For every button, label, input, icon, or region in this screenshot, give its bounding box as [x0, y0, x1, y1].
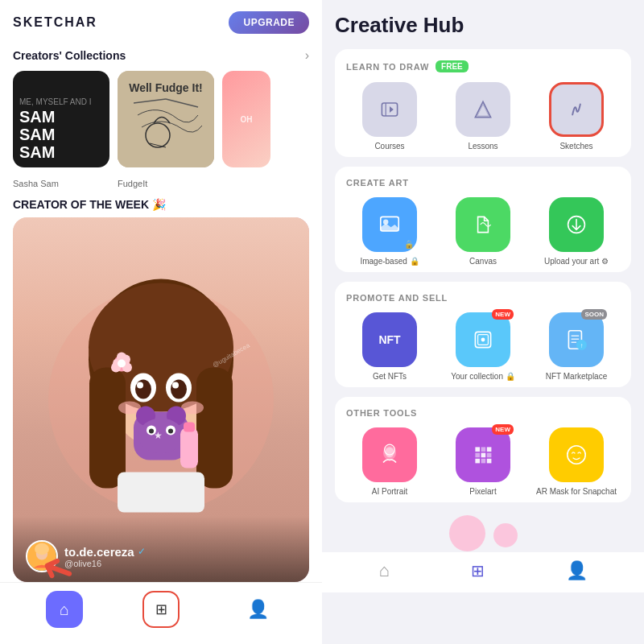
svg-point-30 — [168, 429, 173, 434]
other-tools-section: OTHER TOOLS AI Portrait — [335, 397, 631, 502]
hub-item-ar-mask[interactable]: AR Mask for Snapchat — [533, 427, 620, 496]
image-based-label: Image-based 🔒 — [360, 257, 419, 266]
nft-marketplace-icon-box: ↑ SOON — [549, 312, 604, 367]
learn-section-header: LEARN TO DRAW FREE — [346, 60, 620, 72]
svg-point-16 — [135, 380, 151, 399]
pixelart-label: Pixelart — [469, 487, 496, 496]
nft-marketplace-label: NFT Marketplace — [546, 372, 608, 381]
right-nav-profile[interactable]: 👤 — [566, 560, 588, 581]
collections-arrow-icon[interactable]: › — [305, 48, 309, 63]
svg-point-18 — [137, 382, 143, 389]
promote-section-label: PROMOTE AND SELL — [346, 293, 448, 303]
collection-label-2: FudgeIt — [118, 179, 214, 188]
hub-item-nft-marketplace[interactable]: ↑ SOON NFT Marketplace — [533, 312, 620, 381]
svg-rect-66 — [487, 447, 492, 452]
hub-item-courses[interactable]: Courses — [346, 82, 433, 151]
sketches-label: Sketches — [559, 142, 592, 151]
image-based-icon-box: 🔒 — [362, 197, 417, 252]
create-section-header: CREATE ART — [346, 178, 620, 188]
svg-rect-71 — [481, 459, 486, 464]
right-home-icon: ⌂ — [378, 560, 389, 581]
svg-rect-70 — [475, 459, 480, 464]
collection-card-2[interactable]: Well Fudge It! — [118, 71, 214, 167]
svg-rect-32 — [184, 423, 195, 432]
svg-rect-67 — [475, 453, 480, 458]
upgrade-button[interactable]: UPGRADE — [229, 11, 309, 34]
svg-rect-72 — [487, 459, 492, 464]
hub-item-image-based[interactable]: 🔒 Image-based 🔒 — [346, 197, 433, 266]
promote-section-header: PROMOTE AND SELL — [346, 293, 620, 303]
left-panel: SKETCHAR UPGRADE Creators' Collections ›… — [0, 0, 322, 644]
pixelart-new-badge: NEW — [492, 424, 514, 435]
hub-item-collection[interactable]: NEW Your collection 🔒 — [440, 312, 526, 381]
right-nav-home[interactable]: ⌂ — [378, 560, 389, 581]
lessons-label: Lessons — [468, 142, 497, 151]
collections-row: ME, MYSELF AND I SAMSAMSAM Well Fudge It… — [0, 68, 322, 179]
svg-point-19 — [172, 382, 179, 389]
creator-art-container: ★ @uguitabec — [13, 217, 309, 582]
hub-item-sketches[interactable]: Sketches — [533, 82, 620, 151]
right-nav-grid[interactable]: ⊞ — [471, 561, 485, 580]
nft-icon-box: NFT — [362, 312, 417, 367]
svg-point-17 — [171, 380, 187, 399]
ai-portrait-icon-box — [362, 427, 417, 482]
canvas-label: Canvas — [469, 257, 497, 266]
svg-point-29 — [149, 429, 154, 434]
nav-profile[interactable]: 👤 — [239, 591, 276, 628]
courses-label: Courses — [374, 142, 404, 151]
hub-item-ai-portrait[interactable]: AI Portrait — [346, 427, 433, 496]
ai-portrait-label: AI Portrait — [372, 487, 407, 496]
creator-week-title: CREATOR OF THE WEEK 🎉 — [0, 195, 322, 217]
collection-new-badge: NEW — [492, 309, 514, 320]
learn-section-label: LEARN TO DRAW — [346, 62, 429, 72]
sketches-icon-box — [549, 82, 604, 137]
hub-item-canvas[interactable]: Canvas — [440, 197, 526, 266]
svg-point-62 — [385, 447, 394, 457]
anime-art: ★ @uguitabec — [13, 217, 309, 582]
lessons-icon-box — [456, 82, 510, 137]
right-grid-icon: ⊞ — [471, 561, 485, 580]
paw-decoration-2 — [493, 523, 518, 547]
hub-item-lessons[interactable]: Lessons — [440, 82, 526, 151]
svg-text:↑: ↑ — [580, 342, 583, 349]
svg-text:Well Fudge It!: Well Fudge It! — [129, 81, 203, 94]
creative-hub-title: Creative Hub — [335, 13, 631, 38]
svg-rect-12 — [89, 368, 126, 489]
paw-decoration-1 — [449, 515, 485, 551]
collection-card-3[interactable]: OH — [222, 71, 270, 167]
hub-item-upload[interactable]: Upload your art ⚙ — [533, 197, 620, 266]
svg-point-73 — [568, 446, 585, 464]
create-section-label: CREATE ART — [346, 178, 409, 188]
right-profile-icon: 👤 — [566, 560, 588, 581]
free-badge: FREE — [436, 60, 469, 72]
collection-label-1: Sasha Sam — [13, 179, 109, 188]
left-header: SKETCHAR UPGRADE — [0, 0, 322, 42]
create-art-section: CREATE ART 🔒 Image-based 🔒 — [335, 167, 631, 272]
verified-icon: ✓ — [138, 546, 146, 557]
grid-icon: ⊞ — [142, 591, 180, 628]
creators-collections-header: Creators' Collections › — [0, 42, 322, 68]
learn-to-draw-section: LEARN TO DRAW FREE Courses — [335, 49, 631, 157]
collection-card-1[interactable]: ME, MYSELF AND I SAMSAMSAM — [13, 71, 109, 167]
pixelart-icon-box: NEW — [456, 427, 510, 482]
svg-rect-69 — [487, 453, 492, 458]
svg-rect-68 — [481, 453, 486, 458]
courses-icon-box — [362, 82, 417, 137]
hub-item-pixelart[interactable]: NEW Pixelart — [440, 427, 526, 496]
nav-grid[interactable]: ⊞ — [142, 591, 180, 628]
hub-item-nft[interactable]: NFT Get NFTs — [346, 312, 433, 381]
creators-collections-title: Creators' Collections — [13, 49, 126, 62]
collection-label: Your collection 🔒 — [451, 372, 514, 381]
nft-marketplace-soon-badge: SOON — [581, 309, 607, 320]
ar-mask-icon-box — [549, 427, 604, 482]
svg-rect-64 — [475, 447, 480, 452]
nft-label: Get NFTs — [373, 372, 407, 381]
svg-rect-31 — [180, 428, 198, 469]
canvas-icon-box — [456, 197, 510, 252]
svg-rect-65 — [481, 447, 486, 452]
other-section-label: OTHER TOOLS — [346, 408, 417, 418]
upload-label: Upload your art ⚙ — [544, 257, 609, 266]
profile-icon: 👤 — [239, 591, 276, 628]
create-items-row: 🔒 Image-based 🔒 Canvas — [346, 197, 620, 266]
promote-section: PROMOTE AND SELL NFT Get NFTs NEW — [335, 282, 631, 387]
